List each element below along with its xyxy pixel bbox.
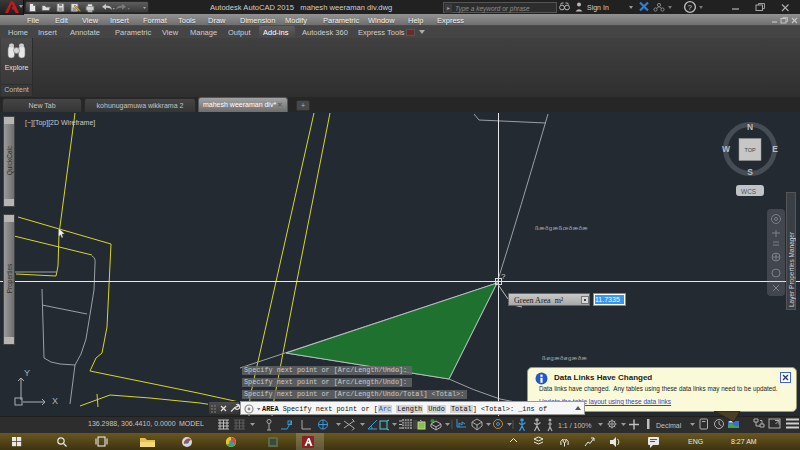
svg-text:1:1 / 100%: 1:1 / 100% — [558, 422, 591, 429]
svg-text:Sign In: Sign In — [587, 4, 609, 12]
svg-text:Decimal: Decimal — [656, 422, 682, 429]
svg-text:ENG: ENG — [688, 438, 703, 445]
svg-text:Layer Properties Manager: Layer Properties Manager — [788, 231, 796, 307]
svg-text:8:27 AM: 8:27 AM — [731, 438, 757, 445]
svg-text:?: ? — [688, 3, 693, 12]
